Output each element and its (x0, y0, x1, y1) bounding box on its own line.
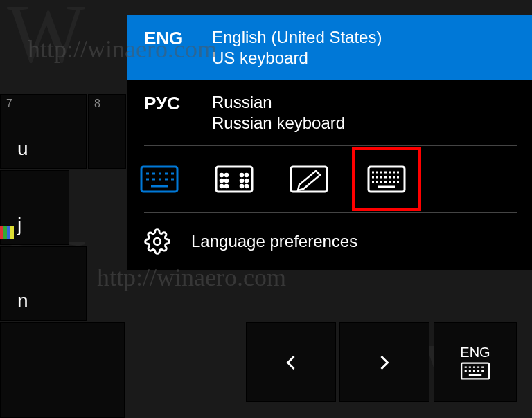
keyboard-standard-icon (367, 165, 406, 193)
keyboard-mode-default[interactable] (140, 165, 179, 193)
language-preferences-link[interactable]: Language preferences (127, 213, 532, 270)
language-code: РУС (144, 93, 193, 114)
svg-point-27 (240, 174, 243, 176)
handwriting-icon (290, 165, 328, 193)
svg-point-36 (245, 185, 248, 188)
language-indicator-key[interactable]: ENG (434, 322, 517, 402)
chevron-left-icon (278, 350, 303, 375)
key-number: 8 (94, 98, 100, 110)
keyboard-icon (460, 362, 490, 380)
keyboard-layout-name: Russian keyboard (212, 113, 345, 133)
gear-icon (144, 228, 170, 255)
key-letter: n (17, 290, 28, 312)
keyboard-split-icon (215, 165, 254, 193)
watermark-w: W (7, 0, 85, 82)
keyboard-default-icon (140, 165, 179, 193)
language-switcher-popup: ENG English (United States) US keyboard … (127, 15, 532, 270)
language-option-english[interactable]: ENG English (United States) US keyboard (127, 15, 532, 80)
key-arrow-left[interactable] (246, 322, 336, 402)
svg-point-26 (225, 174, 228, 176)
svg-point-33 (220, 185, 223, 188)
svg-point-30 (225, 179, 228, 182)
svg-point-31 (240, 179, 243, 182)
language-name: English (United States) (212, 28, 382, 47)
key-blank[interactable] (0, 322, 125, 418)
svg-point-61 (154, 238, 161, 245)
key-n[interactable]: n (0, 246, 87, 321)
svg-point-32 (245, 179, 248, 182)
key-arrow-right[interactable] (339, 322, 429, 402)
keyboard-layout-name: US keyboard (212, 48, 382, 68)
svg-point-34 (225, 185, 228, 188)
svg-point-35 (240, 185, 243, 188)
keyboard-mode-handwriting[interactable] (290, 165, 328, 193)
key-u[interactable]: 7 u (0, 94, 87, 169)
key-letter: j (17, 214, 21, 236)
svg-point-25 (220, 174, 223, 176)
chevron-right-icon (372, 350, 397, 375)
language-name: Russian (212, 93, 345, 112)
key-i-partial[interactable]: 8 (88, 94, 126, 169)
key-number: 7 (6, 98, 12, 110)
language-code-label: ENG (460, 345, 490, 361)
language-preferences-label: Language preferences (191, 232, 357, 251)
svg-rect-38 (369, 167, 405, 192)
language-option-russian[interactable]: РУС Russian Russian keyboard (127, 80, 532, 145)
keyboard-mode-split[interactable] (215, 165, 254, 193)
keyboard-mode-standard[interactable] (352, 147, 421, 211)
svg-point-29 (220, 179, 223, 182)
svg-rect-37 (291, 167, 327, 192)
key-letter: u (17, 138, 28, 160)
color-stripe (0, 226, 14, 239)
language-code: ENG (144, 28, 193, 49)
keyboard-layout-modes (127, 146, 532, 212)
svg-point-28 (245, 174, 248, 176)
